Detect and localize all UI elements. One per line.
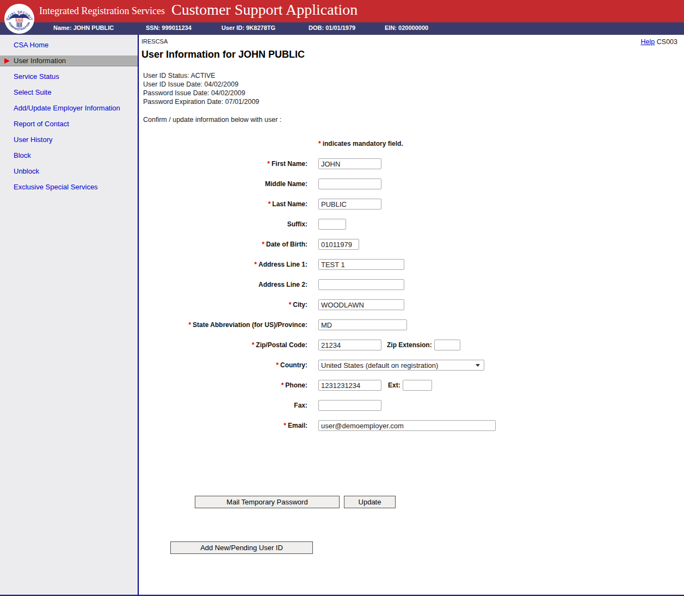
user-id-issue-date: User ID Issue Date: 04/02/2009 xyxy=(143,80,259,89)
address-line2-input[interactable] xyxy=(318,279,404,290)
country-label: *Country: xyxy=(139,361,318,369)
fax-input[interactable] xyxy=(318,400,381,411)
first-name-input[interactable] xyxy=(318,158,381,169)
password-expiration-date: Password Expiration Date: 07/01/2009 xyxy=(143,97,259,106)
user-ssn: SSN: 999011234 xyxy=(146,24,192,31)
city-input[interactable] xyxy=(318,299,404,310)
middle-name-input[interactable] xyxy=(318,178,381,189)
help-area: Help CS003 xyxy=(641,38,677,46)
status-block: User ID Status: ACTIVE User ID Issue Dat… xyxy=(143,71,259,106)
help-link[interactable]: Help xyxy=(641,38,655,46)
seal-center-text: USA xyxy=(16,19,22,22)
selected-arrow-icon xyxy=(4,58,10,64)
sidebar-item-csa-home[interactable]: CSA Home xyxy=(0,40,138,51)
app-title: Customer Support Application xyxy=(171,1,358,19)
form-row: *Address Line 1: xyxy=(139,259,684,270)
required-asterisk: * xyxy=(318,140,321,147)
mail-temporary-password-button[interactable]: Mail Temporary Password xyxy=(195,496,340,508)
required-asterisk: * xyxy=(254,261,257,268)
last-name-input[interactable] xyxy=(318,199,381,210)
mandatory-note-text: indicates mandatory field. xyxy=(323,140,403,147)
address2-label: Address Line 2: xyxy=(139,281,318,288)
main-content: IRESCSA Help CS003 User Information for … xyxy=(139,35,684,595)
add-new-pending-user-id-button[interactable]: Add New/Pending User ID xyxy=(170,541,313,554)
required-asterisk: * xyxy=(268,200,271,208)
required-asterisk: * xyxy=(262,241,264,248)
user-id-status: User ID Status: ACTIVE xyxy=(143,71,259,80)
email-label: *Email: xyxy=(139,422,318,429)
zip-extension-label: Zip Extension: xyxy=(387,341,432,349)
form-row: *Email: xyxy=(139,420,684,431)
header-banner: Integrated Registration Services Custome… xyxy=(0,0,684,22)
bottom-divider xyxy=(0,595,684,596)
phone-label: *Phone: xyxy=(139,381,318,389)
zip-input[interactable] xyxy=(318,340,381,350)
sidebar-nav: CSA Home User Information Service Status… xyxy=(0,35,139,595)
form-row: *First Name: xyxy=(139,158,684,169)
sidebar-item-add-update-employer[interactable]: Add/Update Employer Information xyxy=(0,103,138,114)
required-asterisk: * xyxy=(252,341,255,349)
form-row: Middle Name: xyxy=(139,178,684,189)
form-row: *Phone: Ext: xyxy=(139,380,684,391)
phone-input[interactable] xyxy=(318,380,381,391)
page-code: CS003 xyxy=(657,38,677,46)
form-row: Address Line 2: xyxy=(139,279,684,290)
zip-label: *Zip/Postal Code: xyxy=(139,341,318,349)
form-row: *Zip/Postal Code: Zip Extension: xyxy=(139,340,684,350)
confirm-instruction: Confirm / update information below with … xyxy=(143,116,281,124)
suffix-label: Suffix: xyxy=(139,220,318,228)
user-name: Name: JOHN PUBLIC xyxy=(53,24,114,31)
page-title: User Information for JOHN PUBLIC xyxy=(141,49,305,60)
suffix-input[interactable] xyxy=(318,219,346,230)
form-row: Suffix: xyxy=(139,219,684,230)
app-code: IRESCSA xyxy=(141,38,168,45)
user-id: User ID: 9K8278TG xyxy=(221,24,275,31)
country-select-wrap: United States (default on registration) xyxy=(318,360,484,371)
form-row: *State Abbreviation (for US)/Province: xyxy=(139,319,684,330)
user-dob: DOB: 01/01/1979 xyxy=(309,24,355,31)
middle-name-label: Middle Name: xyxy=(139,180,318,188)
form-row: Fax: xyxy=(139,400,684,411)
first-name-label: *First Name: xyxy=(139,160,318,168)
address1-label: *Address Line 1: xyxy=(139,261,318,268)
ext-label: Ext: xyxy=(388,381,400,389)
form-row: *Last Name: xyxy=(139,199,684,210)
required-asterisk: * xyxy=(284,422,286,429)
required-asterisk: * xyxy=(188,321,191,329)
required-asterisk: * xyxy=(289,301,292,309)
zip-extension-input[interactable] xyxy=(434,340,460,350)
mandatory-note: *indicates mandatory field. xyxy=(318,140,403,147)
form-row: *Date of Birth: xyxy=(139,239,684,250)
sidebar-item-user-information[interactable]: User Information xyxy=(0,56,138,66)
state-label: *State Abbreviation (for US)/Province: xyxy=(139,321,318,329)
sidebar-item-exclusive-special-services[interactable]: Exclusive Special Services xyxy=(0,182,138,193)
update-button[interactable]: Update xyxy=(344,496,396,508)
fax-label: Fax: xyxy=(139,402,318,409)
dob-input[interactable] xyxy=(318,239,359,250)
user-info-bar: Name: JOHN PUBLIC SSN: 999011234 User ID… xyxy=(0,22,684,35)
required-asterisk: * xyxy=(281,381,284,389)
form-row: *Country: United States (default on regi… xyxy=(139,360,684,371)
sidebar-item-unblock[interactable]: Unblock xyxy=(0,166,138,177)
sidebar-item-select-suite[interactable]: Select Suite xyxy=(0,87,138,98)
sidebar-item-block[interactable]: Block xyxy=(0,150,138,161)
password-issue-date: Password Issue Date: 04/02/2009 xyxy=(143,89,259,97)
state-input[interactable] xyxy=(318,319,407,330)
ssa-seal-logo: SOCIAL SECURITY ADMINISTRATION USA xyxy=(4,3,35,34)
city-label: *City: xyxy=(139,301,318,309)
form-row: *City: xyxy=(139,299,684,310)
brand-text: Integrated Registration Services xyxy=(39,5,165,17)
dob-label: *Date of Birth: xyxy=(139,241,318,248)
sidebar-item-report-of-contact[interactable]: Report of Contact xyxy=(0,119,138,130)
sidebar-item-service-status[interactable]: Service Status xyxy=(0,71,138,82)
ext-input[interactable] xyxy=(403,380,432,391)
last-name-label: *Last Name: xyxy=(139,200,318,208)
email-input[interactable] xyxy=(318,420,496,431)
required-asterisk: * xyxy=(276,361,279,369)
sidebar-item-label: User Information xyxy=(14,57,66,65)
required-asterisk: * xyxy=(267,160,270,168)
sidebar-item-user-history[interactable]: User History xyxy=(0,134,138,145)
country-select[interactable]: United States (default on registration) xyxy=(318,360,484,371)
address-line1-input[interactable] xyxy=(318,259,404,270)
user-ein: EIN: 020000000 xyxy=(385,24,428,31)
